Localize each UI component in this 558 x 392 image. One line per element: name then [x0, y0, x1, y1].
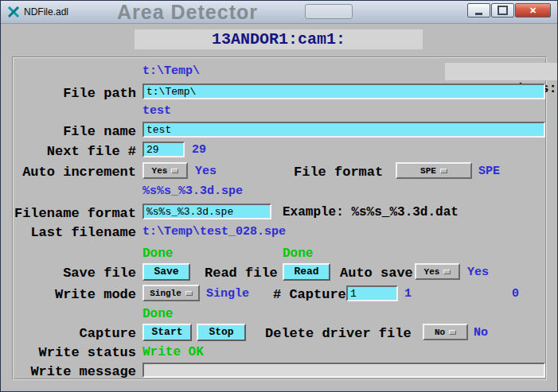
- background-window-fragment: [305, 4, 353, 19]
- file-plugin-panel: t:\Temp\ Exists:Yes File path t:\Temp\ t…: [12, 56, 547, 380]
- auto-save-label: Auto save: [340, 266, 413, 281]
- close-button[interactable]: ✕: [515, 3, 551, 17]
- capture-status: Done: [142, 307, 173, 321]
- num-capture-input[interactable]: 1: [346, 285, 398, 301]
- maximize-button[interactable]: [491, 3, 514, 17]
- write-mode-label: Write mode: [14, 287, 136, 302]
- medm-app-icon[interactable]: [7, 6, 20, 18]
- save-button[interactable]: Save: [142, 263, 190, 281]
- file-name-label: File name: [14, 124, 136, 139]
- capture-start-button[interactable]: Start: [142, 324, 192, 341]
- read-button[interactable]: Read: [283, 263, 330, 281]
- read-file-label: Read file: [205, 266, 278, 281]
- filename-format-example: Example: %s%s_%3.3d.dat: [283, 205, 458, 220]
- save-file-label: Save file: [14, 266, 136, 281]
- file-name-readback: test: [142, 104, 171, 118]
- last-filename-label: Last filename: [14, 225, 136, 240]
- maximize-icon: [498, 6, 508, 15]
- save-status: Done: [142, 246, 173, 261]
- file-name-input[interactable]: test: [142, 122, 545, 138]
- dropdown-handle-icon: [440, 169, 447, 173]
- write-mode-dropdown-value: Single: [150, 289, 181, 298]
- filename-format-input[interactable]: %s%s_%3.3d.spe: [142, 204, 271, 219]
- next-file-input[interactable]: 29: [142, 142, 185, 157]
- minimize-button[interactable]: [467, 3, 490, 17]
- auto-increment-label: Auto increment: [14, 165, 136, 180]
- window-controls: ✕: [467, 3, 551, 17]
- auto-increment-readback: Yes: [195, 165, 217, 179]
- file-format-dropdown-value: SPE: [420, 166, 436, 176]
- path-exists-indicator: Exists:Yes: [445, 63, 558, 80]
- file-path-label: File path: [14, 86, 136, 101]
- background-window-title: Area Detector: [117, 1, 258, 24]
- next-file-readback: 29: [192, 143, 206, 157]
- filename-format-readback: %s%s_%3.3d.spe: [142, 184, 243, 199]
- file-path-readback: t:\Temp\: [142, 64, 200, 79]
- auto-save-readback: Yes: [467, 266, 489, 280]
- file-format-readback: SPE: [478, 165, 500, 179]
- auto-save-dropdown-value: Yes: [424, 267, 440, 277]
- read-status: Done: [283, 246, 313, 261]
- delete-driver-file-label: Delete driver file: [265, 326, 412, 341]
- write-status-value: Write OK: [142, 345, 204, 359]
- delete-driver-file-dropdown-value: No: [435, 328, 445, 337]
- last-filename-readback: t:\Temp\test_028.spe: [142, 225, 286, 239]
- window-title: NDFile.adl: [24, 6, 68, 17]
- file-path-input[interactable]: t:\Temp\: [142, 83, 545, 99]
- filename-format-label: Filename format: [14, 206, 136, 221]
- file-format-label: File format: [294, 165, 383, 180]
- write-mode-dropdown[interactable]: Single: [142, 285, 200, 301]
- file-format-dropdown[interactable]: SPE: [396, 162, 472, 179]
- auto-increment-dropdown[interactable]: Yes: [142, 162, 188, 179]
- delete-driver-file-readback: No: [474, 326, 488, 340]
- dropdown-handle-icon: [443, 270, 451, 274]
- delete-driver-file-dropdown[interactable]: No: [423, 324, 468, 340]
- dropdown-handle-icon: [185, 291, 193, 296]
- title-bar[interactable]: Area Detector NDFile.adl ✕: [1, 1, 557, 24]
- auto-increment-dropdown-value: Yes: [152, 166, 168, 176]
- num-capture-readback: 1: [404, 287, 412, 301]
- capture-stop-button[interactable]: Stop: [197, 324, 246, 341]
- num-capture-label: # Capture: [273, 287, 346, 302]
- close-icon: ✕: [529, 6, 537, 16]
- ndfile-window: Area Detector NDFile.adl ✕ 13ANDOR1:cam1…: [0, 0, 558, 392]
- write-message-readback: [142, 363, 545, 378]
- write-status-label: Write status: [14, 345, 136, 360]
- dropdown-handle-icon: [449, 330, 456, 335]
- write-message-label: Write message: [14, 364, 136, 379]
- next-file-label: Next file #: [14, 144, 136, 159]
- page-title: 13ANDOR1:cam1:: [135, 29, 423, 49]
- minimize-icon: [475, 13, 482, 15]
- num-captured-readback: 0: [512, 287, 519, 301]
- write-mode-readback: Single: [206, 287, 249, 301]
- auto-save-dropdown[interactable]: Yes: [415, 263, 460, 280]
- dropdown-handle-icon: [171, 169, 178, 173]
- capture-label: Capture: [14, 326, 136, 341]
